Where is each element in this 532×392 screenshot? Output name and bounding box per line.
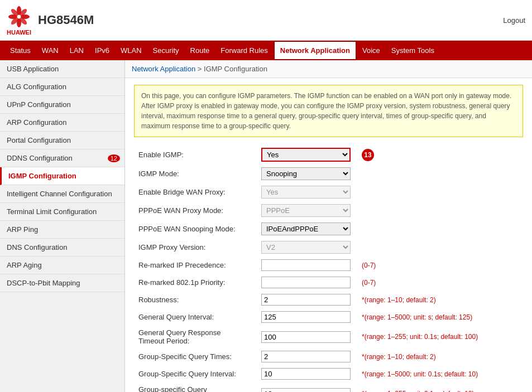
content-area: Network Application > IGMP Configuration… [125, 60, 532, 392]
field-bridge-wan-proxy: Enable Bridge WAN Proxy: Yes No [134, 183, 523, 201]
field-general-query-interval: General Query Interval: *(range: 1–5000;… [134, 308, 523, 326]
hint-remarked-8021p: (0-7) [357, 274, 523, 291]
main-layout: USB Application ALG Configuration UPnP C… [0, 60, 532, 392]
field-group-query-interval: Group-Specific Query Interval: *(range: … [134, 365, 523, 383]
nav-network-application[interactable]: Network Application [274, 41, 357, 60]
hint-group-query-interval: *(range: 1–5000; unit: 0.1s; default: 10… [357, 365, 523, 383]
breadcrumb-separator: > [198, 65, 204, 73]
sidebar-item-arp-ping[interactable]: ARP Ping [0, 221, 124, 239]
sidebar-item-arp-configuration[interactable]: ARP Configuration [0, 114, 124, 132]
sidebar: USB Application ALG Configuration UPnP C… [0, 60, 125, 392]
label-group-query-times: Group-Specific Query Times: [134, 348, 257, 365]
value-general-query-interval[interactable] [257, 308, 357, 326]
value-general-query-response[interactable] [257, 326, 357, 348]
nav-ipv6[interactable]: IPv6 [89, 42, 115, 59]
breadcrumb: Network Application > IGMP Configuration [125, 60, 532, 78]
sidebar-item-igmp-configuration[interactable]: IGMP Configuration [0, 167, 124, 185]
input-group-query-interval[interactable] [261, 368, 351, 380]
input-robustness[interactable] [261, 294, 351, 306]
label-igmp-mode: IGMP Mode: [134, 164, 257, 183]
value-remarked-8021p[interactable] [257, 274, 357, 291]
nav-route[interactable]: Route [185, 42, 215, 59]
select-igmp-mode[interactable]: Snooping Proxy [261, 167, 351, 180]
label-general-query-interval: General Query Interval: [134, 308, 257, 326]
input-remarked-8021p[interactable] [261, 277, 351, 288]
field-robustness: Robustness: *(range: 1–10; default: 2) [134, 291, 523, 308]
field-general-query-response: General Query ResponseTimeout Period: *(… [134, 326, 523, 348]
hint-enable-igmp: 13 [357, 145, 523, 164]
value-igmp-proxy-version: V2 V3 [257, 238, 357, 257]
label-robustness: Robustness: [134, 291, 257, 308]
hint-general-query-response: *(range: 1–255; unit: 0.1s; default: 100… [357, 326, 523, 348]
hint-bridge-wan-proxy [357, 183, 523, 201]
field-remarked-ip-precedence: Re-marked IP Precedence: (0-7) [134, 257, 523, 274]
field-igmp-proxy-version: IGMP Proxy Version: V2 V3 [134, 238, 523, 257]
content-inner: On this page, you can configure IGMP par… [125, 78, 532, 392]
input-general-query-response[interactable] [261, 331, 351, 343]
info-box: On this page, you can configure IGMP par… [134, 85, 523, 137]
label-igmp-proxy-version: IGMP Proxy Version: [134, 238, 257, 257]
nav-voice[interactable]: Voice [357, 42, 386, 59]
nav-wan[interactable]: WAN [36, 42, 64, 59]
huawei-logo-icon [7, 4, 31, 29]
label-group-response-timeout: Group-specific QueryResponse Timeout Per… [134, 383, 257, 392]
sidebar-item-alg-configuration[interactable]: ALG Configuration [0, 78, 124, 96]
sidebar-item-dns-configuration[interactable]: DNS Configuration [0, 239, 124, 257]
field-remarked-8021p: Re-marked 802.1p Priority: (0-7) [134, 274, 523, 291]
breadcrumb-current: IGMP Configuration [204, 65, 267, 73]
value-group-response-timeout[interactable] [257, 383, 357, 392]
value-igmp-mode[interactable]: Snooping Proxy [257, 164, 357, 183]
sidebar-item-usb-application[interactable]: USB Application [0, 60, 124, 78]
logout-button[interactable]: Logout [503, 16, 525, 25]
input-general-query-interval[interactable] [261, 311, 351, 323]
select-pppoe-proxy-mode: PPPoE [261, 204, 351, 217]
label-remarked-ip-precedence: Re-marked IP Precedence: [134, 257, 257, 274]
input-group-query-times[interactable] [261, 351, 351, 362]
hint-remarked-ip-precedence: (0-7) [357, 257, 523, 274]
igmp-form: Enable IGMP: Yes No 13 IGMP [134, 145, 523, 392]
header-left: HUAWEI HG8546M [7, 4, 94, 36]
value-remarked-ip-precedence[interactable] [257, 257, 357, 274]
brand-label: HUAWEI [7, 29, 31, 36]
select-pppoe-snooping-mode[interactable]: IPoEAndPPPoE IPoE PPPoE [261, 222, 351, 235]
ddns-badge: 12 [108, 154, 120, 162]
nav-wlan[interactable]: WLAN [115, 42, 147, 59]
label-remarked-8021p: Re-marked 802.1p Priority: [134, 274, 257, 291]
hint-igmp-proxy-version [357, 238, 523, 257]
label-bridge-wan-proxy: Enable Bridge WAN Proxy: [134, 183, 257, 201]
sidebar-item-ddns-configuration[interactable]: DDNS Configuration 12 [0, 149, 124, 167]
select-enable-igmp[interactable]: Yes No [261, 148, 351, 162]
hint-group-query-times: *(range: 1–10; default: 2) [357, 348, 523, 365]
badge-13: 13 [362, 149, 374, 161]
input-remarked-ip-precedence[interactable] [261, 259, 351, 271]
nav-status[interactable]: Status [4, 42, 36, 59]
nav-system-tools[interactable]: System Tools [386, 42, 440, 59]
sidebar-item-upnp-configuration[interactable]: UPnP Configuration [0, 96, 124, 114]
value-enable-igmp[interactable]: Yes No [257, 145, 357, 164]
nav-forward-rules[interactable]: Forward Rules [215, 42, 274, 59]
label-pppoe-proxy-mode: PPPoE WAN Proxy Mode: [134, 201, 257, 220]
sidebar-item-dscp-pbit[interactable]: DSCP-to-Pbit Mapping [0, 274, 124, 292]
value-pppoe-proxy-mode: PPPoE [257, 201, 357, 220]
label-general-query-response: General Query ResponseTimeout Period: [134, 326, 257, 348]
navbar: Status WAN LAN IPv6 WLAN Security Route … [0, 41, 532, 60]
hint-group-response-timeout: *(range: 1–255; unit: 0.1s; default: 10) [357, 383, 523, 392]
field-igmp-mode: IGMP Mode: Snooping Proxy [134, 164, 523, 183]
sidebar-item-terminal-limit[interactable]: Terminal Limit Configuration [0, 203, 124, 221]
label-group-query-interval: Group-Specific Query Interval: [134, 365, 257, 383]
nav-lan[interactable]: LAN [64, 42, 89, 59]
value-pppoe-snooping-mode[interactable]: IPoEAndPPPoE IPoE PPPoE [257, 220, 357, 238]
value-group-query-interval[interactable] [257, 365, 357, 383]
sidebar-item-intelligent-channel[interactable]: Intelligent Channel Configuration [0, 185, 124, 203]
logo-area: HUAWEI [7, 4, 31, 36]
field-enable-igmp: Enable IGMP: Yes No 13 [134, 145, 523, 164]
hint-general-query-interval: *(range: 1–5000; unit: s; default: 125) [357, 308, 523, 326]
info-box-text: On this page, you can configure IGMP par… [141, 92, 511, 130]
value-group-query-times[interactable] [257, 348, 357, 365]
sidebar-item-arp-aging[interactable]: ARP Aging [0, 257, 124, 274]
value-robustness[interactable] [257, 291, 357, 308]
nav-security[interactable]: Security [147, 42, 185, 59]
sidebar-item-portal-configuration[interactable]: Portal Configuration [0, 132, 124, 149]
input-group-response-timeout[interactable] [261, 388, 351, 393]
breadcrumb-parent[interactable]: Network Application [132, 65, 195, 73]
